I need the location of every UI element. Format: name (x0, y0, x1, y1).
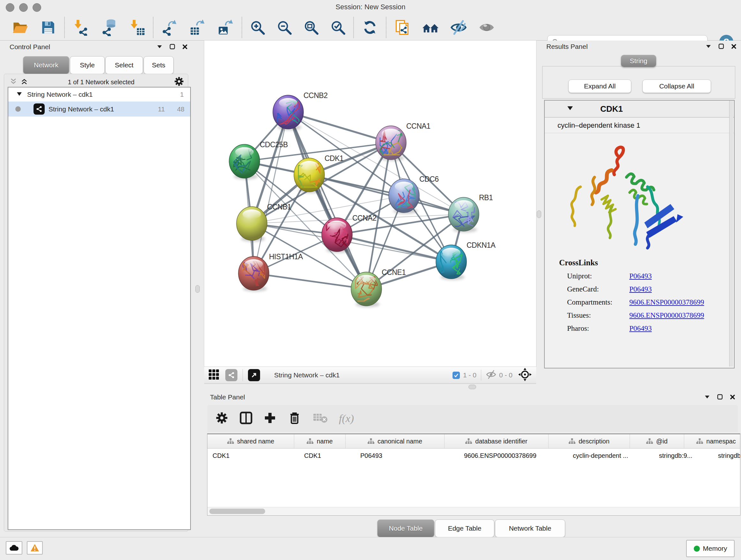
results-scrollbar[interactable] (729, 101, 733, 367)
tab-node-table[interactable]: Node Table (377, 519, 434, 537)
node-label-CCNB2: CCNB2 (304, 91, 327, 100)
import-network-database-button[interactable] (100, 19, 118, 36)
collapse-all-button[interactable]: Collapse All (643, 79, 711, 93)
gene-description: cyclin–dependent kinase 1 (545, 118, 734, 133)
crosslink-genecard-link[interactable]: P06493 (629, 285, 652, 294)
node-CCNB2[interactable]: CCNB2 (273, 91, 327, 130)
show-all-button[interactable] (478, 19, 495, 36)
cell-databaseidentifier[interactable]: 9606.ENSP00000378699 (459, 449, 568, 462)
cell-canonicalname[interactable]: P06493 (355, 449, 459, 462)
memory-button[interactable]: Memory (686, 540, 735, 557)
zoom-selected-button[interactable] (329, 19, 347, 36)
tab-select[interactable]: Select (105, 56, 143, 74)
hidden-eye-slash-icon[interactable] (486, 370, 496, 381)
collapse-all-networks-icon[interactable] (10, 78, 17, 86)
close-panel-icon[interactable] (731, 44, 737, 49)
export-network-button[interactable] (161, 19, 178, 36)
expand-all-button[interactable]: Expand All (568, 79, 631, 93)
delete-column-icon[interactable] (288, 411, 300, 426)
network-row-selected[interactable]: String Network – cdk1 11 48 (8, 102, 190, 117)
node-CCNE1[interactable]: CCNE1 (351, 268, 406, 307)
zoom-fit-button[interactable] (302, 19, 320, 36)
network-label: String Network – cdk1 (49, 105, 158, 113)
expand-all-networks-icon[interactable] (20, 78, 28, 86)
export-table-button[interactable] (189, 19, 206, 36)
network-options-gear-icon[interactable] (174, 77, 184, 87)
float-panel-icon[interactable] (170, 44, 175, 50)
column-header-id[interactable]: @id (630, 434, 684, 448)
crosslink-pharos-link[interactable]: P06493 (629, 324, 652, 333)
tab-sets[interactable]: Sets (144, 56, 174, 74)
zoom-out-button[interactable] (276, 19, 293, 36)
panel-menu-icon[interactable] (704, 395, 710, 399)
table-options-gear-icon[interactable] (216, 412, 228, 425)
hscrollbar-thumb[interactable] (209, 509, 265, 514)
close-panel-icon[interactable] (730, 394, 735, 400)
cell-description[interactable]: cyclin-dependent ... (568, 449, 654, 462)
tree-collapse-icon[interactable] (17, 91, 22, 98)
column-header-namespac[interactable]: namespac (684, 434, 740, 448)
tab-style[interactable]: Style (70, 56, 105, 74)
export-image-button[interactable] (217, 19, 234, 36)
results-tab-string[interactable]: String (621, 55, 656, 67)
crosshair-icon[interactable] (518, 368, 532, 382)
network-canvas[interactable]: CCNB2CCNA1CDC25BCDK1CDC6RB1CCNB1CCNA2CDK… (204, 41, 536, 367)
string-panel-toggle-icon[interactable] (225, 369, 238, 381)
column-label: name (317, 438, 333, 445)
node-CCNA2[interactable]: CCNA2 (322, 214, 376, 253)
column-header-databaseidentifier[interactable]: database identifier (445, 434, 549, 448)
selected-nodes-checkbox[interactable] (453, 372, 460, 379)
network-node-count: 11 (158, 105, 165, 113)
column-header-name[interactable]: name (294, 434, 346, 448)
hide-selected-button[interactable] (450, 19, 467, 36)
save-session-button[interactable] (40, 19, 57, 36)
tab-network[interactable]: Network (23, 56, 69, 74)
float-panel-icon[interactable] (717, 394, 723, 400)
cell-name[interactable]: CDK1 (299, 449, 355, 462)
gene-header-row[interactable]: CDK1 (545, 101, 734, 118)
node-RB1[interactable]: RB1 (448, 193, 493, 233)
table-row[interactable]: CDK1CDK1P064939606.ENSP00000378699cyclin… (207, 449, 740, 462)
import-network-file-button[interactable] (72, 19, 89, 36)
panel-menu-icon[interactable] (157, 44, 162, 49)
refresh-view-button[interactable] (361, 19, 379, 36)
open-session-button[interactable] (11, 19, 29, 36)
detach-view-icon[interactable] (248, 369, 260, 381)
column-header-sharedname[interactable]: shared name (207, 434, 294, 448)
crosslink-uniprot-link[interactable]: P06493 (629, 272, 652, 280)
tab-network-table[interactable]: Network Table (495, 519, 565, 537)
import-table-file-button[interactable] (128, 19, 145, 36)
first-neighbors-button[interactable] (422, 19, 439, 36)
node-HIST1H1A[interactable]: HIST1H1A (239, 253, 303, 292)
crosslink-compartments-link[interactable]: 9606.ENSP00000378699 (629, 298, 704, 307)
cell-namespac[interactable]: stringdb (713, 449, 740, 462)
column-header-description[interactable]: description (549, 434, 630, 448)
cell-sharedname[interactable]: CDK1 (207, 449, 299, 462)
column-header-canonicalname[interactable]: canonical name (346, 434, 445, 448)
node-CDC6[interactable]: CDC6 (389, 175, 439, 214)
edge-CCNB2-HIST1H1A (254, 112, 288, 273)
right-splitter-grip[interactable] (537, 210, 541, 218)
edge-CCNB2-CCNA1 (288, 112, 391, 143)
network-collection-row[interactable]: String Network – cdk1 1 (8, 87, 190, 102)
panel-menu-icon[interactable] (705, 44, 711, 49)
collapse-gene-icon[interactable] (567, 106, 573, 112)
clone-network-button[interactable] (394, 19, 411, 36)
tab-edge-table[interactable]: Edge Table (435, 519, 494, 537)
horizontal-splitter-grip[interactable] (468, 385, 476, 389)
crosslink-tissues-link[interactable]: 9606.ENSP00000378699 (629, 311, 704, 320)
left-splitter-grip[interactable] (195, 285, 200, 293)
add-column-icon[interactable] (264, 412, 276, 426)
save-floppy-icon (40, 19, 56, 36)
birdseye-view-icon[interactable] (208, 369, 219, 381)
warning-status-button[interactable] (27, 541, 43, 555)
edge-CCNB2-CCNE1 (288, 112, 366, 289)
current-network-dot-icon (15, 106, 21, 112)
cloud-status-button[interactable] (6, 541, 22, 555)
close-panel-icon[interactable] (182, 44, 188, 50)
node-CDKN1A[interactable]: CDKN1A (436, 241, 495, 280)
cell-id[interactable]: stringdb:9... (654, 449, 713, 462)
show-columns-icon[interactable] (239, 411, 253, 426)
zoom-in-button[interactable] (249, 19, 266, 36)
float-panel-icon[interactable] (718, 44, 724, 49)
